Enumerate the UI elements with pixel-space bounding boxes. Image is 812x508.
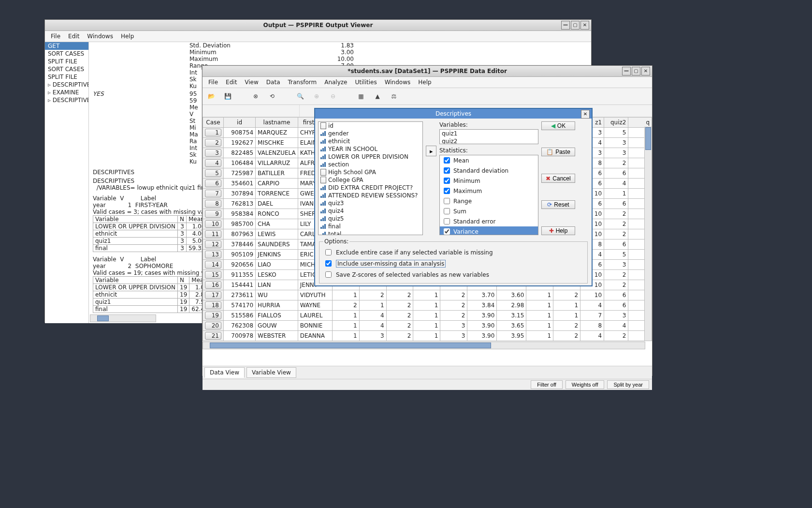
menu-file[interactable]: File [47, 32, 64, 41]
stat-checkbox[interactable] [444, 218, 450, 224]
tree-item[interactable]: SPLIT FILE [45, 73, 88, 81]
column-header[interactable]: quiz2 [604, 118, 628, 128]
list-item[interactable]: quiz2 [440, 137, 538, 144]
list-item[interactable]: College GPA [319, 176, 422, 184]
menu-windows[interactable]: Windows [83, 32, 117, 41]
list-item[interactable]: LOWER OR UPPER DIVISION [319, 153, 422, 161]
menu-transform[interactable]: Transform [284, 78, 320, 87]
stat-item[interactable]: Range [440, 196, 538, 206]
table-row[interactable]: 17273611WUVIDYUTH122123.703.6012106 [203, 290, 652, 300]
dataed-titlebar[interactable]: *students.sav [DataSet1] — PSPPIRE Data … [203, 66, 652, 77]
insert-case-icon[interactable]: ⊕ [312, 91, 321, 101]
move-right-button[interactable]: ▸ [426, 146, 436, 156]
menu-data[interactable]: Data [262, 78, 284, 87]
tree-item[interactable]: SPLIT FILE [45, 58, 88, 65]
list-item[interactable]: total [319, 230, 422, 235]
stat-checkbox[interactable] [444, 188, 450, 194]
column-header[interactable]: q [628, 118, 652, 128]
stat-item[interactable]: Variance [440, 226, 538, 235]
stat-checkbox[interactable] [444, 208, 450, 214]
tree-item[interactable]: EXAMINE [45, 89, 88, 96]
opt-include-user-missing[interactable] [325, 260, 332, 267]
help-button[interactable]: ✚Help [541, 226, 575, 235]
stat-item[interactable]: Maximum [440, 186, 538, 196]
stat-checkbox[interactable] [444, 167, 450, 174]
table-row[interactable]: 21700978WEBSTERDEANNA132133.903.951242 [203, 331, 652, 341]
tree-item[interactable]: GET [45, 42, 88, 50]
tree-item[interactable]: DESCRIPTIVES [45, 81, 88, 89]
output-titlebar[interactable]: Output — PSPPIRE Output Viewer — ▢ ✕ [45, 20, 591, 31]
ok-button[interactable]: ◀OK [541, 121, 575, 130]
stat-checkbox[interactable] [444, 198, 450, 204]
dialog-titlebar[interactable]: Descriptives ✕ [315, 109, 592, 119]
split-status[interactable]: Split by year [607, 380, 649, 389]
list-item[interactable]: YEAR IN SCHOOL [319, 145, 422, 153]
stat-item[interactable]: Sum [440, 206, 538, 216]
opt-save-zscores[interactable] [325, 271, 332, 278]
list-item[interactable]: id [319, 122, 422, 130]
stat-item[interactable]: Standard error [440, 216, 538, 226]
tree-item[interactable]: SORT CASES [45, 50, 88, 58]
reset-button[interactable]: ⟳Reset [541, 200, 575, 209]
menu-edit[interactable]: Edit [64, 32, 83, 41]
minimize-icon[interactable]: — [561, 21, 570, 30]
list-item[interactable]: DID EXTRA CREDIT PROJECT? [319, 184, 422, 192]
tab-data-view[interactable]: Data View [204, 367, 245, 378]
table-row[interactable]: 19515586FIALLOSLAUREL142123.903.151173 [203, 311, 652, 321]
opt-exclude-missing[interactable] [325, 249, 332, 255]
grid-vscrollbar[interactable] [644, 127, 652, 341]
output-hscrollbar[interactable] [90, 314, 156, 322]
filter-status[interactable]: Filter off [531, 380, 563, 389]
tree-item[interactable]: DESCRIPTIVES [45, 96, 88, 104]
list-item[interactable]: quiz5 [319, 215, 422, 223]
menu-file[interactable]: File [204, 78, 222, 87]
value-labels-icon[interactable]: ▦ [356, 91, 366, 101]
stat-checkbox[interactable] [444, 178, 450, 184]
tree-item[interactable]: SORT CASES [45, 65, 88, 73]
list-item[interactable]: section [319, 161, 422, 168]
close-icon[interactable]: ✕ [581, 110, 590, 119]
save-icon[interactable]: 💾 [223, 91, 232, 101]
grid-hscrollbar[interactable] [203, 342, 645, 349]
split-icon[interactable]: ▲ [373, 91, 382, 101]
output-tree[interactable]: GETSORT CASESSPLIT FILESORT CASESSPLIT F… [45, 42, 89, 323]
close-icon[interactable]: ✕ [580, 21, 589, 30]
weight-icon[interactable]: ⚖ [389, 91, 399, 101]
menu-windows[interactable]: Windows [381, 78, 415, 87]
stat-item[interactable]: Minimum [440, 176, 538, 186]
cancel-button[interactable]: ✖Cancel [541, 174, 575, 182]
menu-utilities[interactable]: Utilities [351, 78, 380, 87]
list-item[interactable]: quiz3 [319, 199, 422, 207]
goto-case-icon[interactable]: ⊗ [251, 91, 261, 101]
close-icon[interactable]: ✕ [641, 67, 650, 75]
stat-item[interactable]: Standard deviation [440, 165, 538, 176]
menu-edit[interactable]: Edit [222, 78, 241, 87]
tab-variable-view[interactable]: Variable View [246, 367, 296, 378]
available-variables-list[interactable]: idgenderethnicitYEAR IN SCHOOLLOWER OR U… [318, 121, 423, 235]
stat-item[interactable]: Mean [440, 155, 538, 165]
list-item[interactable]: gender [319, 130, 422, 137]
minimize-icon[interactable]: — [622, 67, 631, 75]
insert-var-icon[interactable]: ⊖ [328, 91, 338, 101]
menu-help[interactable]: Help [414, 78, 435, 87]
statistics-list[interactable]: MeanStandard deviationMinimumMaximumRang… [439, 155, 538, 235]
open-icon[interactable]: 📂 [206, 91, 216, 101]
table-row[interactable]: 20762308GOUWBONNIE142133.903.651284 [203, 321, 652, 331]
list-item[interactable]: quiz1 [440, 130, 538, 137]
column-header[interactable]: Case [203, 118, 224, 128]
menu-view[interactable]: View [241, 78, 262, 87]
list-item[interactable]: High School GPA [319, 168, 422, 176]
menu-help[interactable]: Help [117, 32, 138, 41]
goto-var-icon[interactable]: ⟲ [267, 91, 277, 101]
maximize-icon[interactable]: ▢ [632, 67, 640, 75]
list-item[interactable]: ethnicit [319, 137, 422, 145]
stat-checkbox[interactable] [444, 157, 450, 164]
table-row[interactable]: 18574170HURRIAWAYNE212123.842.981146 [203, 300, 652, 311]
column-header[interactable]: lastname [256, 118, 298, 128]
paste-button[interactable]: 📋Paste [541, 148, 575, 156]
list-item[interactable]: final [319, 223, 422, 230]
list-item[interactable]: ATTENDED REVIEW SESSIONS? [319, 192, 422, 199]
search-icon[interactable]: 🔍 [295, 91, 305, 101]
column-header[interactable]: id [224, 118, 256, 128]
weights-status[interactable]: Weights off [566, 380, 605, 389]
